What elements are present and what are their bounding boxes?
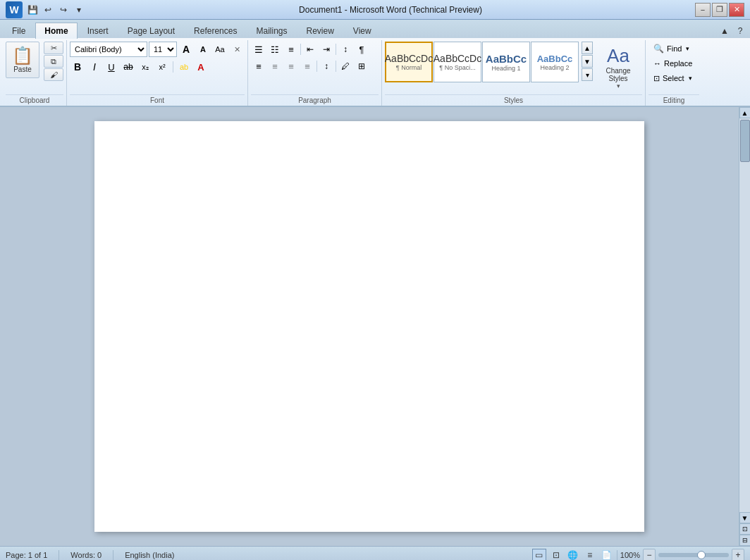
select-arrow: ▾ [689, 75, 692, 82]
italic-button[interactable]: I [87, 59, 102, 75]
divider [173, 61, 173, 73]
web-layout-view[interactable]: 🌐 [566, 549, 580, 561]
scroll-down-button[interactable]: ▼ [739, 512, 751, 523]
paragraph-label: Paragraph [251, 94, 379, 106]
qat-redo[interactable]: ↪ [56, 3, 70, 17]
select-label: Select [663, 74, 684, 82]
decrease-indent-button[interactable]: ⇤ [302, 42, 318, 57]
cut-button[interactable]: ✂ [44, 42, 63, 54]
increase-indent-button[interactable]: ⇥ [319, 42, 334, 57]
print-layout-view[interactable]: ▭ [532, 549, 546, 561]
scroll-to-bottom[interactable]: ⊟ [739, 535, 751, 546]
text-highlight-button[interactable]: ab [176, 59, 192, 75]
restore-button[interactable]: ❐ [712, 3, 727, 17]
ribbon-collapse[interactable]: ▲ [718, 24, 732, 38]
replace-label: Replace [664, 59, 692, 68]
document-content[interactable] [94, 121, 644, 530]
numbering-button[interactable]: ☷ [267, 42, 283, 57]
style-scroll-more[interactable]: ▾ [582, 68, 593, 81]
qat-undo[interactable]: ↩ [41, 3, 55, 17]
font-shrink-button[interactable]: A [195, 42, 211, 57]
vertical-scrollbar: ▲ ▼ ⊡ ⊟ [739, 107, 750, 546]
qat-dropdown[interactable]: ▾ [72, 3, 86, 17]
subscript-button[interactable]: x₂ [137, 59, 153, 75]
style-normal[interactable]: AaBbCcDc ¶ Normal [385, 42, 433, 82]
bold-button[interactable]: B [70, 59, 85, 75]
superscript-button[interactable]: x² [154, 59, 170, 75]
sort-button[interactable]: ↕ [338, 42, 353, 57]
tab-view[interactable]: View [344, 23, 381, 39]
replace-button[interactable]: ↔ Replace [648, 56, 697, 70]
ribbon-help[interactable]: ? [733, 24, 747, 38]
font-name-select[interactable]: Calibri (Body) [70, 42, 147, 57]
align-center-button[interactable]: ≡ [267, 58, 283, 74]
style-scroll-up[interactable]: ▲ [582, 42, 593, 54]
paste-label: Paste [13, 66, 32, 73]
clipboard-small-buttons: ✂ ⧉ 🖌 [44, 42, 63, 81]
align-left-button[interactable]: ≡ [251, 58, 266, 74]
style-h1-preview: AaBbCc [486, 53, 527, 65]
zoom-slider[interactable] [658, 553, 729, 557]
strikethrough-button[interactable]: ab [121, 59, 136, 75]
tab-review[interactable]: Review [297, 23, 343, 39]
font-label: Font [70, 94, 245, 106]
find-button[interactable]: 🔍 Find ▾ [648, 42, 694, 56]
para-row-1: ☰ ☷ ≡ ⇤ ⇥ ↕ ¶ [251, 42, 369, 57]
zoom-out-button[interactable]: − [643, 549, 656, 561]
align-right-button[interactable]: ≡ [283, 58, 299, 74]
scroll-thumb[interactable] [740, 120, 750, 162]
ribbon-content: 📋 Paste ✂ ⧉ 🖌 Clipboard Calibri (Body) [0, 38, 750, 106]
style-heading2[interactable]: AaBbCc Heading 2 [531, 42, 579, 82]
scroll-up-button[interactable]: ▲ [739, 107, 751, 118]
tab-references[interactable]: References [185, 23, 246, 39]
tab-page-layout[interactable]: Page Layout [118, 23, 184, 39]
status-sep3 [617, 550, 617, 560]
paste-button[interactable]: 📋 Paste [6, 42, 39, 78]
underline-button[interactable]: U [104, 59, 119, 75]
shading-button[interactable]: 🖊 [338, 58, 353, 74]
close-button[interactable]: ✕ [729, 3, 744, 17]
language: English (India) [125, 551, 174, 559]
styles-group: AaBbCcDc ¶ Normal AaBbCcDc ¶ No Spaci...… [382, 40, 646, 106]
clear-format-button[interactable]: ✕ [229, 42, 245, 57]
draft-view[interactable]: 📄 [600, 549, 614, 561]
change-styles-icon: Aa [607, 45, 629, 67]
zoom-in-button[interactable]: + [732, 549, 744, 561]
copy-button[interactable]: ⧉ [44, 55, 63, 68]
bullets-button[interactable]: ☰ [251, 42, 266, 57]
para-divider3 [316, 61, 317, 72]
font-row-2: B I U ab x₂ x² ab A [70, 59, 209, 75]
para-row-2: ≡ ≡ ≡ ≡ ↕ 🖊 ⊞ [251, 58, 369, 74]
replace-icon: ↔ [653, 59, 661, 68]
justify-button[interactable]: ≡ [300, 58, 315, 74]
paste-icon: 📋 [12, 47, 33, 64]
main-area: ▲ ▼ ⊡ ⊟ [0, 107, 750, 546]
qat-save[interactable]: 💾 [25, 3, 39, 17]
font-grow-button[interactable]: A [178, 42, 194, 57]
line-spacing-button[interactable]: ↕ [319, 58, 334, 74]
style-no-spacing[interactable]: AaBbCcDc ¶ No Spaci... [434, 42, 481, 82]
full-screen-view[interactable]: ⊡ [549, 549, 563, 561]
outline-view[interactable]: ≡ [583, 549, 597, 561]
scroll-to-top[interactable]: ⊡ [739, 523, 751, 535]
font-color-button[interactable]: A [193, 59, 209, 75]
tab-mailings[interactable]: Mailings [247, 23, 296, 39]
font-case-button[interactable]: Aa [212, 42, 228, 57]
font-size-select[interactable]: 11 [149, 42, 177, 57]
page-info: Page: 1 of 1 [6, 551, 47, 559]
tab-file[interactable]: File [3, 23, 35, 39]
style-nospacing-preview: AaBbCcDc [434, 53, 481, 64]
style-scroll-down[interactable]: ▼ [582, 55, 593, 68]
show-marks-button[interactable]: ¶ [354, 42, 369, 57]
format-painter-button[interactable]: 🖌 [44, 68, 63, 81]
font-row-1: Calibri (Body) 11 A A Aa ✕ [70, 42, 245, 57]
change-styles-button[interactable]: Aa Change Styles ▾ [594, 42, 642, 93]
zoom-thumb[interactable] [697, 551, 706, 559]
tab-home[interactable]: Home [35, 23, 77, 39]
select-button[interactable]: ⊡ Select ▾ [648, 71, 697, 85]
borders-button[interactable]: ⊞ [354, 58, 369, 74]
tab-insert[interactable]: Insert [78, 23, 118, 39]
style-heading1[interactable]: AaBbCc Heading 1 [482, 42, 530, 82]
multilevel-button[interactable]: ≡ [283, 42, 299, 57]
minimize-button[interactable]: − [695, 3, 711, 17]
